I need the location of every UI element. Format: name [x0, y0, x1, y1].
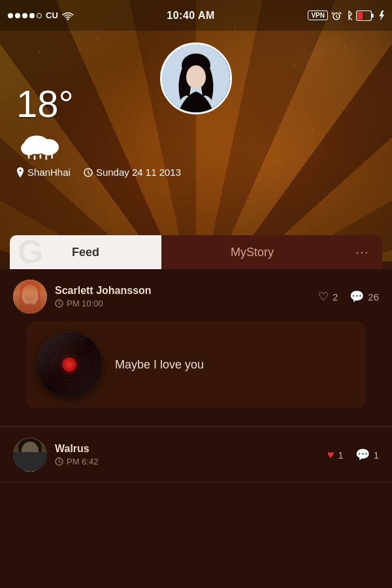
cloud-rain-icon — [16, 128, 69, 167]
vinyl-record — [37, 332, 102, 397]
svg-point-22 — [13, 438, 47, 472]
feed-item-walrus: Walrus PM 6:42 ♥ 1 💬 1 — [0, 427, 392, 483]
status-right: VPN — [308, 10, 384, 21]
vpn-badge: VPN — [308, 10, 328, 20]
signal-dot-1 — [8, 13, 13, 18]
username-walrus: Walrus — [55, 443, 319, 455]
svg-rect-13 — [34, 155, 36, 160]
tab-more-label: ··· — [355, 246, 369, 259]
svg-point-20 — [22, 287, 38, 306]
avatar-walrus[interactable] — [13, 438, 47, 472]
music-title: Maybe I love you — [115, 358, 204, 372]
signal-dots — [8, 13, 42, 18]
status-left: CU — [8, 10, 74, 20]
comment-icon-walrus: 💬 — [355, 448, 370, 462]
signal-dot-2 — [15, 13, 20, 18]
comments-count-walrus: 1 — [374, 449, 379, 461]
walrus-avatar-svg — [13, 438, 47, 472]
decorative-g: G — [18, 236, 43, 269]
feed-time-scarlett: PM 10:00 — [55, 299, 310, 308]
comments-scarlett[interactable]: 💬 26 — [350, 289, 379, 304]
battery-icon — [356, 10, 374, 21]
feed-stats-walrus: ♥ 1 💬 1 — [327, 448, 379, 462]
feed-meta-scarlett: Scarlett Johansson PM 10:00 — [55, 285, 310, 308]
weather-icon-row — [16, 128, 74, 167]
likes-count-walrus: 1 — [338, 449, 343, 461]
avatar-scarlett[interactable] — [13, 280, 47, 314]
likes-walrus[interactable]: ♥ 1 — [327, 448, 344, 462]
svg-rect-3 — [357, 12, 363, 20]
comments-count-scarlett: 26 — [368, 291, 379, 302]
signal-dot-3 — [22, 13, 27, 18]
heart-icon-walrus: ♥ — [327, 448, 335, 462]
svg-rect-16 — [51, 154, 53, 159]
feed-item-header: Scarlett Johansson PM 10:00 ♡ 2 💬 26 — [13, 280, 379, 314]
comments-walrus[interactable]: 💬 1 — [355, 448, 379, 462]
svg-point-19 — [20, 281, 41, 299]
svg-point-0 — [67, 18, 69, 20]
location-pin-icon — [16, 167, 24, 178]
status-time: 10:40 AM — [167, 10, 215, 22]
feed-time-walrus: PM 6:42 — [55, 457, 319, 466]
svg-rect-12 — [28, 154, 30, 159]
location-item: ShanHhai — [16, 167, 71, 178]
wifi-icon — [62, 11, 74, 20]
scarlett-avatar-svg — [13, 280, 47, 314]
vinyl-shine — [37, 332, 102, 397]
svg-point-11 — [21, 141, 37, 155]
svg-rect-14 — [40, 154, 42, 159]
date-display: Sunday 24 11 2013 — [96, 167, 181, 178]
clock-icon — [84, 168, 93, 177]
tab-more[interactable]: ··· — [343, 235, 382, 269]
avatar-silhouette — [162, 44, 230, 112]
heart-icon-scarlett: ♡ — [318, 289, 329, 304]
svg-point-8 — [186, 65, 206, 89]
svg-point-10 — [38, 139, 59, 155]
feed-area: Scarlett Johansson PM 10:00 ♡ 2 💬 26 — [0, 269, 392, 588]
date-item: Sunday 24 11 2013 — [84, 167, 181, 178]
status-bar: CU 10:40 AM VPN — [0, 0, 392, 31]
location-date-bar: ShanHhai Sunday 24 11 2013 — [16, 167, 376, 178]
time-clock-icon-2 — [55, 457, 63, 466]
signal-dot-5 — [37, 13, 42, 18]
bluetooth-icon — [345, 10, 353, 21]
temperature-display: 18° — [16, 85, 74, 123]
svg-rect-4 — [372, 14, 374, 18]
alarm-icon — [331, 10, 342, 21]
likes-count-scarlett: 2 — [333, 291, 338, 302]
battery-svg — [356, 10, 374, 21]
comment-icon-scarlett: 💬 — [350, 289, 364, 304]
tab-mystory-label: MyStory — [231, 246, 274, 259]
feed-item-header-walrus: Walrus PM 6:42 ♥ 1 💬 1 — [13, 438, 379, 472]
tab-feed-label: Feed — [72, 246, 99, 259]
charging-icon — [378, 10, 384, 21]
profile-avatar[interactable] — [160, 42, 232, 114]
time-scarlett: PM 10:00 — [67, 299, 103, 308]
tab-mystory[interactable]: MyStory — [161, 235, 343, 269]
username-scarlett: Scarlett Johansson — [55, 285, 310, 297]
music-card[interactable]: Maybe I love you — [26, 321, 366, 408]
tab-feed[interactable]: G Feed — [10, 235, 161, 269]
feed-meta-walrus: Walrus PM 6:42 — [55, 443, 319, 466]
city-name: ShanHhai — [27, 167, 71, 178]
time-clock-icon — [55, 299, 63, 308]
carrier-name: CU — [46, 10, 58, 20]
likes-scarlett[interactable]: ♡ 2 — [318, 289, 338, 304]
signal-dot-4 — [29, 13, 35, 18]
time-walrus: PM 6:42 — [67, 457, 98, 466]
svg-point-24 — [21, 445, 39, 465]
svg-rect-15 — [45, 155, 47, 160]
feed-item-scarlett: Scarlett Johansson PM 10:00 ♡ 2 💬 26 — [0, 269, 392, 427]
weather-section: 18° — [16, 85, 74, 167]
feed-stats-scarlett: ♡ 2 💬 26 — [318, 289, 379, 304]
svg-point-18 — [13, 280, 47, 314]
tab-bar: G Feed MyStory ··· — [10, 235, 382, 269]
